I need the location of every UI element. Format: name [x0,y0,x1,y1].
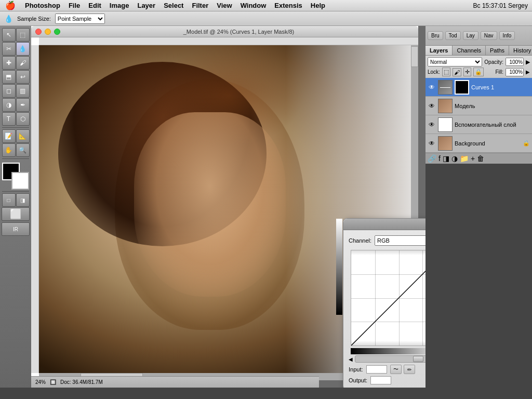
mini-tab-nav[interactable]: Nav [481,31,497,40]
lock-all-icon[interactable]: 🔒 [473,68,484,76]
layer-item[interactable]: 👁 Вспомогательный слой [425,115,532,134]
tool-eraser[interactable]: ◻ [2,84,16,98]
minimize-button[interactable] [45,29,51,35]
menu-window[interactable]: Window [236,0,271,11]
mini-tab-brushes[interactable]: Bru [428,31,443,40]
menu-extensis[interactable]: Extensis [270,0,306,11]
svg-rect-0 [39,37,418,45]
layer-thumbnail [438,136,453,151]
curves-left-panel: Channel: RGB Red Green Blue [349,235,425,384]
maximize-button[interactable] [54,29,60,35]
panel-tabs: Layers Channels Paths History ▶ [425,46,532,56]
curves-graph[interactable] [351,250,425,346]
layer-mask-thumbnail [455,80,469,95]
fill-label: Fill: [495,69,503,75]
tool-measure[interactable]: 📐 [16,129,30,143]
status-icon: 🔲 [50,379,56,385]
menu-image[interactable]: Image [105,0,134,11]
menu-edit[interactable]: Edit [84,0,105,11]
svg-line-1 [351,250,425,345]
zoom-level: 24% [35,379,46,385]
tool-screen-mode[interactable]: ⬜ [2,207,30,221]
menu-file[interactable]: File [64,0,84,11]
tool-history[interactable]: ↩ [16,70,30,84]
tool-brush[interactable]: 🖌 [16,56,30,70]
menu-view[interactable]: View [212,0,236,11]
tool-crop[interactable]: ✂ [2,42,16,56]
menu-photoshop[interactable]: Photoshop [21,0,64,11]
lock-position-icon[interactable]: ✛ [463,68,471,76]
tool-pen[interactable]: ✒ [16,98,30,112]
tool-stamp[interactable]: ⬒ [2,70,16,84]
add-adjustment-icon[interactable]: ◑ [451,154,458,163]
menu-select[interactable]: Select [159,0,188,11]
color-swatch [2,163,29,190]
fill-arrow[interactable]: ▶ [526,69,530,75]
blend-mode-select[interactable]: Normal Multiply Screen [428,57,482,66]
tab-layers[interactable]: Layers [425,46,453,55]
tab-paths[interactable]: Paths [486,46,509,55]
layer-visibility-icon[interactable]: 👁 [428,139,436,148]
background-color[interactable] [11,172,29,190]
output-value[interactable] [370,376,391,384]
menu-filter[interactable]: Filter [188,0,212,11]
panel-top-tabs: Bru Tod Lay Nav Info [425,26,532,46]
add-mask-icon[interactable]: ◨ [443,154,449,163]
layer-item[interactable]: 👁 Background 🔒 [425,134,532,153]
tool-eyedropper[interactable]: 💧 [16,42,30,56]
input-value[interactable] [366,365,387,374]
add-style-icon[interactable]: f [438,154,441,163]
tool-heal[interactable]: ✚ [2,56,16,70]
mini-tab-info[interactable]: Info [499,31,515,40]
opacity-input[interactable] [506,58,524,66]
curve-pencil-icon[interactable]: 〜 [390,365,402,374]
opacity-arrow[interactable]: ▶ [526,59,530,65]
menu-help[interactable]: Help [307,0,329,11]
tool-lasso[interactable]: ⬚ [16,28,30,42]
curves-output-row: Output: [349,376,425,384]
doc-size: Doc: 36.4M/81.7M [60,379,103,385]
menubar: 🍎 Photoshop File Edit Image Layer Select… [0,0,532,11]
tab-history[interactable]: History [509,46,532,55]
tool-gradient[interactable]: ▥ [16,84,30,98]
menubar-right: Bc 15:37:01 Sergey [473,2,532,9]
apple-menu[interactable]: 🍎 [0,1,21,10]
channel-select[interactable]: RGB Red Green Blue [375,235,425,246]
tool-type[interactable]: T [2,112,16,126]
tool-quick-mask[interactable]: ◨ [16,193,30,207]
layer-visibility-icon[interactable]: 👁 [428,83,436,91]
curves-titlebar: Curves [343,219,425,230]
toolbox: ↖ ⬚ ✂ 💧 ✚ 🖌 ⬒ ↩ ◻ ▥ ◑ ✒ T ⬡ 📝 📐 [0,26,31,388]
tool-imageready[interactable]: IR [2,222,30,236]
tool-dodge[interactable]: ◑ [2,98,16,112]
tool-zoom[interactable]: 🔍 [16,143,30,157]
fill-input[interactable] [506,68,524,76]
layer-item[interactable]: 👁 Curves 1 [425,78,532,97]
add-layer-icon[interactable]: + [471,154,475,163]
tool-standard-mode[interactable]: □ [2,193,16,207]
curves-scrollbar[interactable]: ◀ ▶ [349,355,425,363]
delete-layer-icon[interactable]: 🗑 [477,154,484,163]
curves-dialog: Curves Channel: RGB Red Green Blue [343,218,425,388]
tool-notes[interactable]: 📝 [2,129,16,143]
mini-tab-tool[interactable]: Tod [445,31,461,40]
close-button[interactable] [35,29,42,35]
tool-path[interactable]: ⬡ [16,112,30,126]
tool-arrow[interactable]: ↖ [2,28,16,42]
lock-transparent-icon[interactable]: ⬚ [442,68,450,76]
layer-item[interactable]: 👁 Модель [425,97,532,115]
link-layers-icon[interactable]: 🔗 [428,154,436,163]
layer-visibility-icon[interactable]: 👁 [428,102,436,110]
curve-point-icon[interactable]: ✏ [404,365,415,374]
output-label: Output: [349,377,367,383]
curves-gradient-horizontal [351,348,425,354]
layer-visibility-icon[interactable]: 👁 [428,121,436,129]
add-group-icon[interactable]: 📁 [460,154,469,163]
tab-channels[interactable]: Channels [453,46,485,55]
sample-size-select[interactable]: Point Sample 3 by 3 Average 5 by 5 Avera… [55,14,105,24]
menu-layer[interactable]: Layer [133,0,159,11]
lock-icon: 🔒 [523,140,530,147]
mini-tab-layers[interactable]: Lay [463,31,478,40]
lock-image-icon[interactable]: 🖌 [453,68,461,76]
tool-hand[interactable]: ✋ [2,143,16,157]
